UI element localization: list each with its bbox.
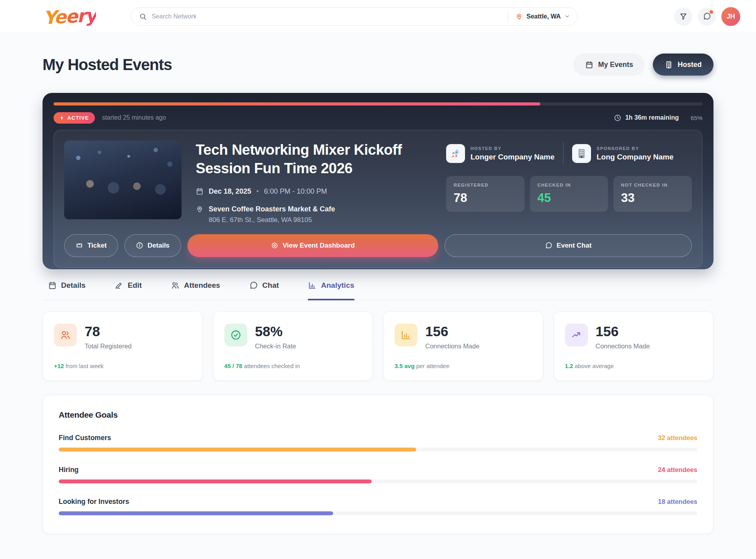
event-actions-row: Ticket Details View Event Dashboard Even… (64, 234, 692, 257)
event-venue-row: Seven Coffee Roasters Market & Cafe (196, 205, 432, 213)
goals-title: Attendee Goals (59, 410, 697, 420)
view-dashboard-label: View Event Dashboard (283, 242, 355, 250)
registered-value: 78 (454, 191, 517, 205)
filter-button[interactable] (674, 7, 692, 26)
event-side-info: HOSTED BY Longer Company Name (446, 141, 692, 224)
goal-progress-fill (59, 479, 372, 483)
event-address: 806 E. 67th St., Seattle, WA 98105 (209, 216, 432, 224)
pencil-icon (115, 281, 123, 290)
stat-rest: from last week (64, 363, 104, 369)
check-circle-icon (230, 329, 241, 341)
bar-chart-icon (400, 329, 411, 341)
event-chat-button[interactable]: Event Chat (445, 234, 692, 257)
stat-footnote: 45 / 78 attendees checked in (224, 363, 362, 369)
search-bar[interactable]: Seattle, WA (131, 7, 578, 26)
map-pin-icon (515, 13, 523, 20)
event-progress-fill (54, 102, 540, 106)
info-icon (136, 242, 143, 249)
users-icon-badge (54, 324, 77, 346)
trending-up-icon (571, 329, 582, 341)
tab-analytics-label: Analytics (321, 281, 354, 290)
event-progress-bar (54, 102, 702, 106)
hosted-by-block: HOSTED BY Longer Company Name (446, 144, 554, 163)
tab-attendees-label: Attendees (184, 281, 220, 290)
eye-icon (271, 242, 278, 249)
tab-attendees[interactable]: Attendees (171, 281, 220, 300)
checked-in-stat-box: CHECKED IN 45 (530, 176, 608, 212)
office-building-icon (576, 148, 587, 159)
hosted-label: Hosted (678, 61, 702, 69)
goal-label: Hiring (59, 466, 79, 474)
not-checked-in-stat-box: NOT CHECKED IN 33 (613, 176, 692, 212)
analytics-stat-cards: 78 Total Registered +12 from last week 5… (43, 311, 713, 381)
search-input[interactable] (152, 13, 501, 20)
progress-percent-label: 65% (691, 115, 702, 121)
search-icon (139, 13, 147, 20)
search-divider (508, 11, 508, 22)
event-tabs: Details Edit Attendees Chat Analytics (43, 281, 713, 300)
tab-details[interactable]: Details (48, 281, 85, 300)
chat-bubble-icon (249, 281, 258, 290)
goal-value: 24 attendees (658, 466, 697, 474)
location-label: Seattle, WA (526, 13, 561, 20)
registered-label: REGISTERED (454, 183, 517, 187)
nav-actions: JH (674, 7, 740, 26)
stat-label: Total Registered (85, 342, 132, 350)
event-photo (64, 141, 182, 219)
page-title: My Hosted Events (43, 56, 172, 74)
goal-progress-track (59, 511, 697, 515)
attendee-goals-card: Attendee Goals Find Customers 32 attende… (43, 395, 713, 534)
check-in-rate-card: 58% Check-in Rate 45 / 78 attendees chec… (213, 311, 373, 381)
stat-rest: above average (573, 363, 613, 369)
my-events-label: My Events (598, 61, 633, 69)
stat-rest: per attendee (415, 363, 449, 369)
stat-value: 58% (255, 324, 296, 338)
stat-label: Check-in Rate (255, 342, 296, 350)
active-event-card: ACTIVE started 25 minutes ago 1h 36m rem… (43, 93, 713, 269)
goal-progress-track (59, 448, 697, 452)
goal-label: Find Customers (59, 434, 111, 442)
total-registered-card: 78 Total Registered +12 from last week (43, 311, 203, 381)
stat-footnote: 3.5 avg per attendee (395, 363, 532, 369)
started-ago-text: started 25 minutes ago (102, 114, 166, 121)
lightning-icon (59, 115, 65, 120)
stat-value: 78 (85, 324, 132, 338)
active-status-badge: ACTIVE (54, 112, 95, 124)
map-pin-icon (196, 205, 204, 213)
checked-in-value: 45 (537, 191, 601, 205)
event-date: Dec 18, 2025 (209, 187, 251, 196)
trend-icon-badge (565, 324, 588, 346)
tab-analytics[interactable]: Analytics (308, 281, 354, 300)
sponsor-logo (572, 144, 591, 163)
location-selector[interactable]: Seattle, WA (515, 13, 570, 20)
time-remaining-label: 1h 36m remaining (625, 114, 679, 121)
connections-average-card: 156 Connections Made 1.2 above average (554, 311, 714, 381)
sponsored-by-name: Long Company Name (597, 153, 673, 161)
event-time: 6:00 PM - 10:00 PM (264, 187, 327, 196)
my-events-button[interactable]: My Events (573, 54, 645, 76)
not-checked-in-value: 33 (621, 191, 684, 205)
goal-label: Looking for Investors (59, 498, 129, 506)
users-icon (171, 281, 180, 290)
goal-progress-fill (59, 448, 416, 452)
registered-stat-box: REGISTERED 78 (446, 176, 524, 212)
notification-dot (710, 10, 713, 14)
stat-value: 156 (596, 324, 650, 338)
stat-accent: 3.5 avg (395, 363, 415, 369)
checked-in-label: CHECKED IN (537, 183, 601, 187)
details-button[interactable]: Details (124, 234, 181, 257)
hosted-button[interactable]: Hosted (653, 54, 713, 76)
view-dashboard-button[interactable]: View Event Dashboard (187, 234, 438, 257)
ticket-button[interactable]: Ticket (64, 234, 118, 257)
goal-looking-for-investors: Looking for Investors 18 attendees (59, 498, 697, 515)
user-avatar[interactable]: JH (721, 7, 740, 26)
sponsored-by-label: SPONSORED BY (597, 146, 673, 151)
event-main-info: Tech Networking Mixer Kickoff Session Fu… (196, 141, 432, 224)
event-status-row: ACTIVE started 25 minutes ago 1h 36m rem… (54, 112, 702, 124)
chat-bubble-icon (545, 242, 552, 249)
tab-chat[interactable]: Chat (249, 281, 279, 300)
goal-value: 18 attendees (658, 498, 697, 505)
messages-button[interactable] (698, 7, 716, 26)
tab-edit[interactable]: Edit (115, 281, 142, 300)
orgs-divider (563, 142, 563, 165)
